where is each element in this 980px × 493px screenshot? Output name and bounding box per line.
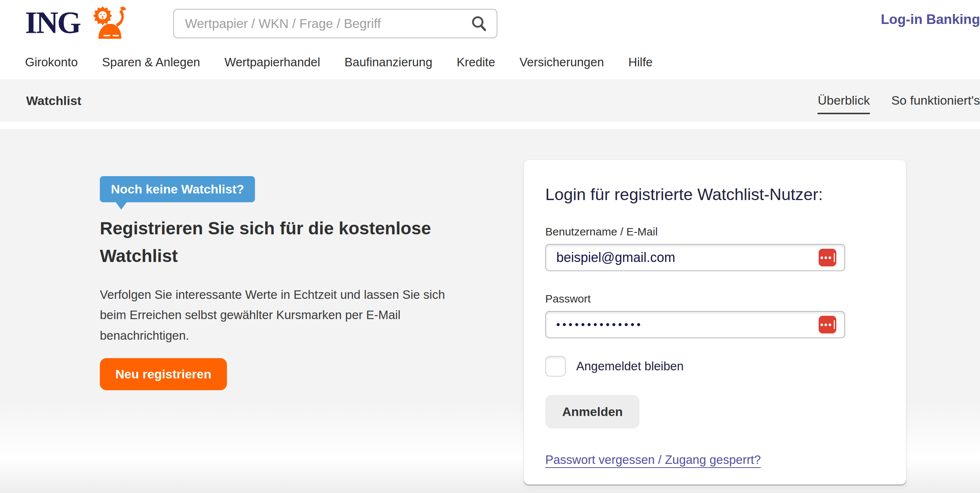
password-manager-autofill-icon[interactable]	[819, 249, 836, 266]
autofill-dot	[824, 256, 827, 259]
nav-item-baufinanzierung[interactable]: Baufinanzierung	[344, 52, 433, 73]
autofill-dot	[821, 323, 823, 326]
autofill-dot	[821, 256, 823, 259]
register-description: Verfolgen Sie interessante Werte in Echt…	[100, 285, 463, 346]
login-card: Login für registrierte Watchlist-Nutzer:…	[523, 159, 906, 485]
login-card-heading: Login für registrierte Watchlist-Nutzer:	[545, 185, 885, 204]
subheader-tabs: Überblick So funktioniert's	[818, 79, 980, 122]
search-icon[interactable]	[469, 14, 488, 33]
ing-logo-wordmark: ING	[25, 7, 80, 38]
remember-me-checkbox[interactable]	[545, 356, 566, 377]
password-label: Passwort	[545, 293, 885, 305]
password-field-wrap	[545, 311, 845, 338]
forgot-password-link[interactable]: Passwort vergessen / Zugang gesperrt?	[545, 453, 761, 467]
ing-logo[interactable]: ING	[25, 5, 129, 41]
nav-item-hilfe[interactable]: Hilfe	[628, 52, 652, 73]
search-input[interactable]	[174, 16, 469, 31]
main-nav: Girokonto Sparen & Anlegen Wertpapierhan…	[25, 52, 652, 73]
remember-me-row: Angemeldet bleiben	[545, 356, 885, 377]
autofill-bar	[834, 320, 835, 329]
autofill-dot	[829, 256, 831, 259]
site-header: ING	[0, 0, 980, 79]
main-content: Noch keine Watchlist? Registrieren Sie s…	[0, 129, 980, 493]
tab-so-funktionierts[interactable]: So funktioniert's	[891, 87, 980, 114]
nav-item-wertpapierhandel[interactable]: Wertpapierhandel	[224, 52, 320, 73]
ing-watchlist-page: ING	[0, 0, 980, 493]
register-button[interactable]: Neu registrieren	[100, 358, 227, 390]
nav-item-girokonto[interactable]: Girokonto	[25, 52, 78, 73]
username-field-wrap	[545, 244, 845, 271]
username-input[interactable]	[545, 244, 845, 271]
nav-item-kredite[interactable]: Kredite	[457, 52, 496, 73]
nav-item-sparen-anlegen[interactable]: Sparen & Anlegen	[102, 52, 200, 73]
autofill-dot	[829, 323, 831, 326]
ing-lion-icon	[86, 5, 129, 41]
no-watchlist-badge: Noch keine Watchlist?	[100, 176, 255, 202]
autofill-dot	[824, 323, 827, 326]
register-heading: Registrieren Sie sich für die kostenlose…	[100, 215, 450, 270]
nav-item-versicherungen[interactable]: Versicherungen	[519, 52, 604, 73]
watchlist-subheader: Watchlist Überblick So funktioniert's	[0, 79, 980, 122]
login-banking-link[interactable]: Log-in Banking	[881, 12, 980, 27]
autofill-bar	[834, 253, 835, 262]
tab-ueberblick[interactable]: Überblick	[818, 87, 870, 114]
password-manager-autofill-icon[interactable]	[819, 316, 836, 334]
security-search-box	[173, 9, 497, 38]
password-input[interactable]	[545, 311, 845, 338]
username-label: Benutzername / E-Mail	[545, 226, 885, 238]
anmelden-button[interactable]: Anmelden	[545, 395, 640, 428]
page-title: Watchlist	[26, 93, 81, 108]
remember-me-label: Angemeldet bleiben	[576, 359, 684, 373]
